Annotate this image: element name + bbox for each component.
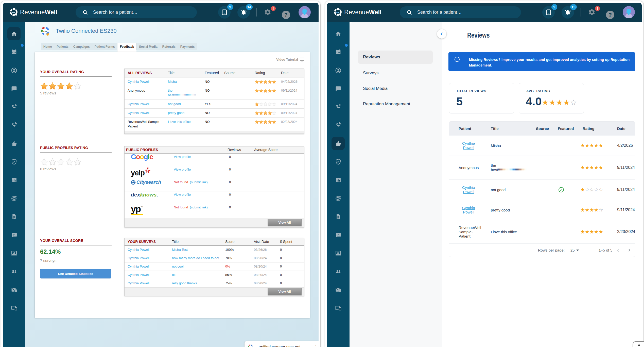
svg-text:rw: rw [336, 11, 339, 13]
svg-text:rw: rw [43, 29, 47, 33]
svg-text:rw: rw [12, 11, 15, 13]
